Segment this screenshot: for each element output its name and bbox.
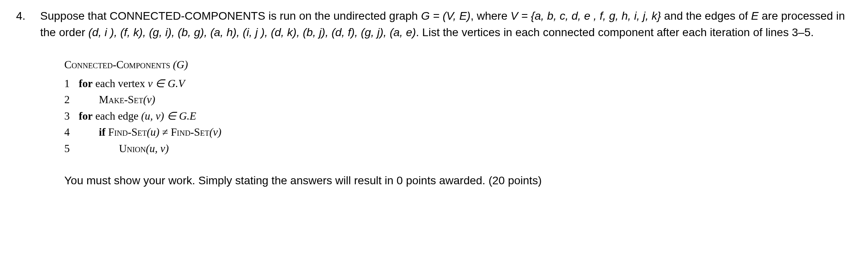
line-content: Make-Set(v) (79, 92, 155, 108)
line-number: 2 (64, 92, 79, 108)
line-content: Union(u, v) (79, 141, 169, 157)
text-segment: each edge (92, 110, 141, 122)
text-segment: , where (471, 10, 511, 22)
question-number: 4. (16, 8, 32, 189)
pseudocode-title: Connected-Components (G) (64, 57, 852, 73)
text-segment: Suppose that CONNECTED-COMPONENTS is run… (40, 10, 421, 22)
func-arg: (u, v) (146, 143, 169, 155)
func-name: Find-Set (171, 126, 209, 138)
func-name: Connected-Components (64, 59, 170, 71)
pseudocode-line: 1 for each vertex v ∈ G.V (64, 75, 852, 92)
func-arg: (v) (143, 94, 155, 106)
text-segment: . List the vertices in each connected co… (416, 26, 814, 39)
question-container: 4. Suppose that CONNECTED-COMPONENTS is … (16, 8, 852, 189)
pseudocode-line: 4 if Find-Set(u) ≠ Find-Set(v) (64, 124, 852, 141)
vertex-set: a, b, c, d, e , f, g, h, i, j, k (534, 10, 657, 22)
func-arg: (G) (170, 59, 188, 71)
footer-instruction: You must show your work. Simply stating … (64, 173, 852, 189)
func-arg: (v) (209, 126, 221, 138)
line-number: 3 (64, 108, 79, 124)
line-number: 4 (64, 124, 79, 141)
text-segment: and the edges of (661, 10, 751, 22)
math-expr: (u, v) ∈ G.E (141, 110, 196, 122)
e-symbol: E (751, 10, 759, 22)
edge-order: (d, i ), (f, k), (g, i), (b, g), (a, h),… (88, 26, 416, 39)
pseudocode-block: Connected-Components (G) 1 for each vert… (64, 57, 852, 157)
func-arg: (u) (147, 126, 159, 138)
keyword-for: for (79, 77, 92, 90)
question-text: Suppose that CONNECTED-COMPONENTS is run… (40, 8, 852, 41)
operator-neq: ≠ (160, 126, 171, 138)
question-body: Suppose that CONNECTED-COMPONENTS is run… (40, 8, 852, 189)
math-expr: v ∈ G.V (148, 77, 185, 90)
line-number: 1 (64, 75, 79, 92)
line-content: for each edge (u, v) ∈ G.E (79, 108, 196, 124)
line-content: for each vertex v ∈ G.V (79, 75, 185, 92)
func-name: Find-Set (106, 126, 147, 138)
v-prefix: V = { (511, 10, 535, 22)
func-name: Make-Set (99, 94, 143, 106)
v-suffix: } (657, 10, 661, 22)
pseudocode-line: 5 Union(u, v) (64, 141, 852, 157)
line-content: if Find-Set(u) ≠ Find-Set(v) (79, 124, 221, 141)
graph-definition: G = (V, E) (421, 10, 471, 22)
keyword-for: for (79, 110, 92, 122)
pseudocode-line: 2 Make-Set(v) (64, 92, 852, 108)
line-number: 5 (64, 141, 79, 157)
func-name: Union (119, 143, 146, 155)
keyword-if: if (99, 126, 106, 138)
text-segment: each vertex (92, 77, 147, 90)
pseudocode-line: 3 for each edge (u, v) ∈ G.E (64, 108, 852, 124)
